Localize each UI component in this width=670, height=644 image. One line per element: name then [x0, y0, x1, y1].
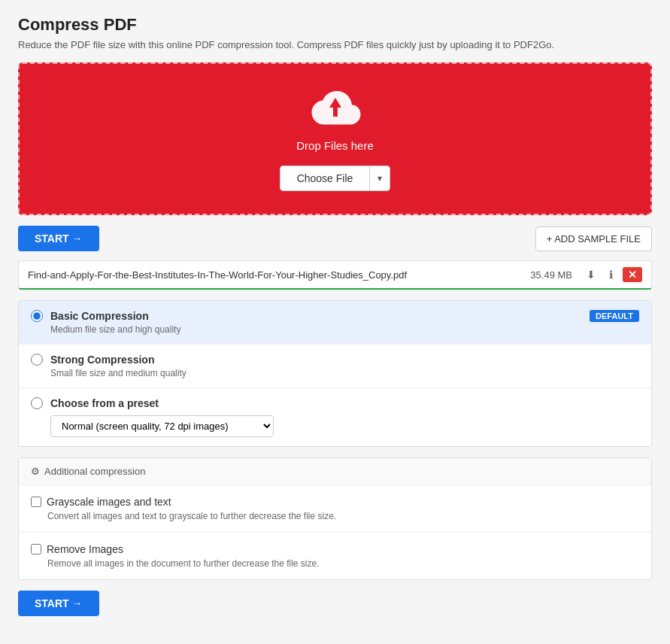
additional-header-label: Additional compression	[44, 466, 145, 477]
radio-strong[interactable]	[31, 354, 43, 366]
start-button-top[interactable]: START →	[18, 226, 99, 251]
compression-options-section: Basic Compression DEFAULT Medium file si…	[18, 300, 652, 447]
option-strong-label[interactable]: Strong Compression	[50, 354, 639, 366]
additional-header: ⚙ Additional compression	[19, 458, 651, 485]
file-name: Find-and-Apply-For-the-Best-Institutes-I…	[28, 269, 524, 281]
drop-files-label: Drop Files here	[296, 139, 374, 152]
file-row: Find-and-Apply-For-the-Best-Institutes-I…	[18, 260, 652, 290]
upload-cloud-icon	[308, 87, 362, 132]
remove-images-label[interactable]: Remove Images	[31, 543, 639, 555]
start-button-bottom[interactable]: START →	[18, 591, 99, 616]
remove-images-checkbox[interactable]	[31, 544, 41, 554]
option-strong-header: Strong Compression	[31, 354, 639, 366]
additional-remove-images: Remove Images Remove all images in the d…	[19, 533, 651, 579]
choose-file-group[interactable]: Choose File ▾	[280, 166, 391, 191]
file-info-button[interactable]: ℹ	[605, 267, 617, 282]
preset-select[interactable]: Normal (screen quality, 72 dpi images) L…	[50, 415, 274, 437]
option-basic-desc: Medium file size and high quality	[50, 324, 639, 335]
add-sample-button[interactable]: + ADD SAMPLE FILE	[535, 226, 652, 251]
option-strong: Strong Compression Small file size and m…	[19, 345, 651, 388]
additional-grayscale: Grayscale images and text Convert all im…	[19, 485, 651, 533]
default-badge: DEFAULT	[590, 310, 639, 322]
option-basic-label[interactable]: Basic Compression DEFAULT	[50, 310, 639, 322]
grayscale-checkbox[interactable]	[31, 497, 41, 507]
file-size: 35.49 MB	[530, 269, 572, 281]
file-download-button[interactable]: ⬇	[583, 267, 599, 282]
choose-file-dropdown-button[interactable]: ▾	[369, 166, 390, 190]
grayscale-desc: Convert all images and text to grayscale…	[47, 511, 639, 521]
radio-basic[interactable]	[31, 310, 43, 322]
radio-preset[interactable]	[31, 397, 43, 409]
bottom-start-row: START →	[18, 591, 652, 616]
remove-images-desc: Remove all images in the document to fur…	[47, 558, 639, 569]
option-preset: Choose from a preset Normal (screen qual…	[19, 388, 651, 446]
grayscale-label[interactable]: Grayscale images and text	[31, 496, 639, 508]
upload-drop-zone[interactable]: Drop Files here Choose File ▾	[18, 62, 652, 215]
gear-icon: ⚙	[31, 466, 40, 477]
option-strong-desc: Small file size and medium quality	[50, 368, 639, 378]
page-title: Compress PDF	[18, 15, 652, 35]
actions-row: START → + ADD SAMPLE FILE	[18, 226, 652, 251]
option-preset-header: Choose from a preset	[31, 397, 639, 409]
option-basic: Basic Compression DEFAULT Medium file si…	[19, 301, 651, 345]
option-preset-label[interactable]: Choose from a preset	[50, 397, 639, 409]
choose-file-button[interactable]: Choose File	[280, 166, 370, 190]
option-basic-header: Basic Compression DEFAULT	[31, 310, 639, 322]
page-subtitle: Reduce the PDF file size with this onlin…	[18, 39, 652, 50]
additional-compression-section: ⚙ Additional compression Grayscale image…	[18, 457, 652, 580]
file-remove-button[interactable]: ✕	[623, 267, 642, 282]
